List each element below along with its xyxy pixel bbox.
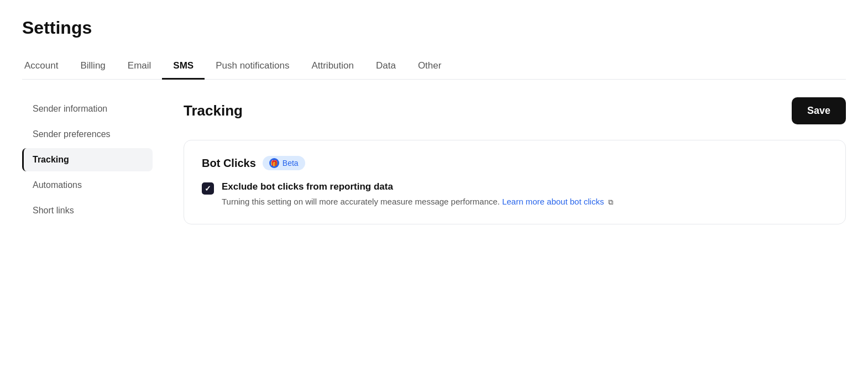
sidebar-item-sender-preferences[interactable]: Sender preferences [22,123,153,146]
checkbox-description-text: Turning this setting on will more accura… [222,197,500,206]
bot-clicks-card: Bot Clicks 🎁 Beta ✓ Exclude bot clicks f… [184,140,846,224]
checkbox-row: ✓ Exclude bot clicks from reporting data… [202,181,828,208]
sidebar-item-short-links[interactable]: Short links [22,199,153,222]
tab-data[interactable]: Data [365,54,407,80]
external-link-icon: ⧉ [608,197,613,208]
tab-account[interactable]: Account [22,54,69,80]
checkbox-description: Turning this setting on will more accura… [222,196,613,208]
tab-push-notifications[interactable]: Push notifications [205,54,300,80]
beta-badge: 🎁 Beta [263,156,305,170]
main-header: Tracking Save [184,97,846,124]
checkmark-icon: ✓ [205,184,211,193]
content-area: Sender information Sender preferences Tr… [22,97,846,224]
learn-more-link[interactable]: Learn more about bot clicks [502,197,604,206]
tracking-section-title: Tracking [184,102,243,119]
sidebar: Sender information Sender preferences Tr… [22,97,166,224]
checkbox-wrapper[interactable]: ✓ [202,182,214,195]
sidebar-item-sender-information[interactable]: Sender information [22,97,153,121]
tab-other[interactable]: Other [407,54,453,80]
page-title: Settings [22,18,846,38]
sidebar-item-tracking[interactable]: Tracking [22,148,153,171]
checkbox-label-group: Exclude bot clicks from reporting data T… [222,181,613,208]
tab-email[interactable]: Email [117,54,163,80]
card-header: Bot Clicks 🎁 Beta [202,156,828,170]
main-content: Tracking Save Bot Clicks 🎁 Beta ✓ [166,97,846,224]
tab-sms[interactable]: SMS [162,54,205,80]
tabs-bar: Account Billing Email SMS Push notificat… [22,54,846,80]
save-button[interactable]: Save [792,97,846,124]
card-title: Bot Clicks [202,157,256,170]
exclude-bot-clicks-checkbox[interactable]: ✓ [202,182,214,195]
tab-attribution[interactable]: Attribution [300,54,365,80]
checkbox-label: Exclude bot clicks from reporting data [222,181,613,192]
page-container: Settings Account Billing Email SMS Push … [0,0,868,224]
beta-label: Beta [283,159,299,167]
tab-billing[interactable]: Billing [69,54,116,80]
sidebar-item-automations[interactable]: Automations [22,174,153,197]
beta-icon: 🎁 [269,158,279,168]
